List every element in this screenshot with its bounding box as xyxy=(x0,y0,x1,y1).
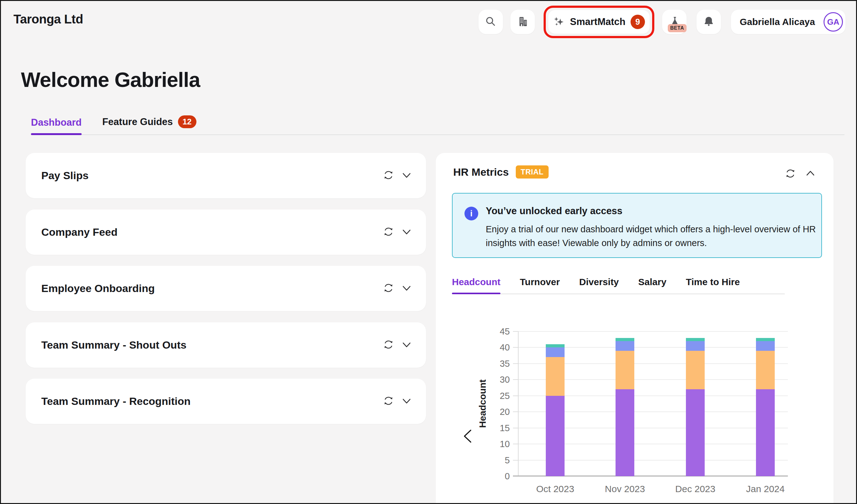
chevron-up-icon[interactable] xyxy=(805,168,816,180)
gridline xyxy=(518,331,788,332)
y-tickmark xyxy=(513,460,518,460)
trial-badge: TRIAL xyxy=(516,166,549,178)
y-tickmark xyxy=(513,444,518,444)
y-axis-label: Headcount xyxy=(477,379,488,428)
y-tick-label: 40 xyxy=(483,341,510,353)
y-tickmark xyxy=(513,428,518,428)
bar-segment-teal xyxy=(686,338,705,341)
chevron-down-icon[interactable] xyxy=(401,282,412,295)
widget-card: Pay Slips xyxy=(26,153,426,198)
widget-title: Employee Onboarding xyxy=(41,282,155,295)
organisations-button[interactable] xyxy=(510,10,535,34)
smartmatch-badge: 9 xyxy=(631,15,645,29)
widget-card: Team Summary - Shout Outs xyxy=(26,322,426,368)
y-tickmark xyxy=(513,412,518,412)
smartmatch-label: SmartMatch xyxy=(570,16,625,28)
bar-segment-teal xyxy=(756,338,775,341)
notifications-button[interactable] xyxy=(696,10,721,34)
y-tickmark xyxy=(513,331,518,332)
refresh-icon[interactable] xyxy=(382,282,395,295)
notice-title: You’ve unlocked early access xyxy=(486,205,622,217)
chevron-down-icon[interactable] xyxy=(401,170,412,182)
stacked-bar-nov-2023 xyxy=(616,338,634,476)
bar-segment-orange xyxy=(616,351,634,389)
tab-feature-guides[interactable]: Feature Guides 12 xyxy=(102,115,197,135)
y-tick-label: 5 xyxy=(483,454,510,467)
hr-tab-diversity[interactable]: Diversity xyxy=(579,277,619,294)
refresh-icon[interactable] xyxy=(382,338,395,352)
carousel-previous-button[interactable] xyxy=(463,429,473,444)
sparkles-icon xyxy=(553,16,565,29)
headcount-chart: 051015202530354045Oct 2023Nov 2023Dec 20… xyxy=(518,331,788,476)
x-tick-label: Nov 2023 xyxy=(605,484,645,494)
beta-labs-button[interactable]: BETA xyxy=(662,10,687,34)
x-tick-label: Dec 2023 xyxy=(675,484,715,494)
y-tick-label: 0 xyxy=(483,470,510,483)
x-tick-label: Oct 2023 xyxy=(536,484,574,494)
widget-card: Team Summary - Recognition xyxy=(26,379,426,424)
hr-tab-salary[interactable]: Salary xyxy=(638,277,667,294)
y-tick-label: 45 xyxy=(483,325,510,338)
refresh-icon[interactable] xyxy=(382,225,395,239)
widget-title: Pay Slips xyxy=(41,170,88,182)
y-tickmark xyxy=(513,379,518,380)
hr-tab-time-to-hire[interactable]: Time to Hire xyxy=(686,277,740,294)
profile-name: Gabriella Alicaya xyxy=(740,17,815,27)
widget-title: Team Summary - Shout Outs xyxy=(41,339,186,351)
stacked-bar-jan-2024 xyxy=(756,338,775,476)
hr-metrics-tabs: HeadcountTurnoverDiversitySalaryTime to … xyxy=(452,277,785,294)
bar-segment-orange xyxy=(686,351,705,389)
bell-icon xyxy=(703,15,715,29)
bar-segment-purple xyxy=(756,389,775,476)
hr-tab-turnover[interactable]: Turnover xyxy=(520,277,560,294)
y-tick-label: 35 xyxy=(483,358,510,370)
stacked-bar-oct-2023 xyxy=(546,344,565,476)
bar-segment-purple xyxy=(616,389,634,476)
refresh-icon[interactable] xyxy=(382,169,395,183)
search-icon xyxy=(485,15,497,29)
refresh-icon[interactable] xyxy=(382,395,395,408)
bar-segment-orange xyxy=(756,351,775,389)
search-button[interactable] xyxy=(478,10,503,34)
stacked-bar-dec-2023 xyxy=(686,338,705,476)
x-tick-label: Jan 2024 xyxy=(746,484,785,494)
y-tick-label: 15 xyxy=(483,422,510,434)
feature-guides-badge: 12 xyxy=(178,115,197,128)
smartmatch-highlight-annotation: SmartMatch 9 xyxy=(543,6,654,38)
profile-button[interactable]: Gabriella Alicaya GA xyxy=(731,10,845,34)
smartmatch-button[interactable]: SmartMatch 9 xyxy=(548,10,650,34)
bar-segment-blue xyxy=(756,341,775,351)
chevron-down-icon[interactable] xyxy=(401,226,412,239)
bar-segment-purple xyxy=(546,396,565,476)
widget-title: Company Feed xyxy=(41,226,118,238)
tab-dashboard[interactable]: Dashboard xyxy=(31,117,82,135)
hr-metrics-card: HR Metrics TRIAL xyxy=(436,153,834,504)
company-name: Taronga Ltd xyxy=(14,12,83,26)
y-tick-label: 10 xyxy=(483,438,510,450)
chevron-down-icon[interactable] xyxy=(401,395,412,408)
bar-segment-blue xyxy=(546,347,565,357)
info-icon: i xyxy=(465,207,478,221)
bar-segment-orange xyxy=(546,357,565,396)
widget-title: Team Summary - Recognition xyxy=(41,395,190,407)
page-title: Welcome Gabriella xyxy=(21,68,200,92)
y-tick-label: 30 xyxy=(483,373,510,386)
widget-card: Employee Onboarding xyxy=(26,266,426,311)
bar-segment-teal xyxy=(616,338,634,341)
notice-body: Enjoy a trial of our new dashboard widge… xyxy=(486,222,819,250)
main-tabs: Dashboard Feature Guides 12 xyxy=(31,115,844,135)
hr-tab-headcount[interactable]: Headcount xyxy=(452,277,501,294)
bar-segment-blue xyxy=(686,341,705,351)
hr-metrics-title: HR Metrics xyxy=(453,166,509,178)
y-tickmark xyxy=(513,396,518,396)
chevron-down-icon[interactable] xyxy=(401,339,412,351)
refresh-icon[interactable] xyxy=(784,167,796,181)
chevron-left-icon xyxy=(463,439,473,444)
app-window: Taronga Ltd xyxy=(0,0,857,504)
building-icon xyxy=(516,15,529,29)
y-tick-label: 25 xyxy=(483,389,510,402)
bar-segment-purple xyxy=(686,389,705,476)
widget-card: Company Feed xyxy=(26,209,426,255)
early-access-notice: i You’ve unlocked early access Enjoy a t… xyxy=(452,193,822,258)
y-tickmark xyxy=(513,363,518,364)
